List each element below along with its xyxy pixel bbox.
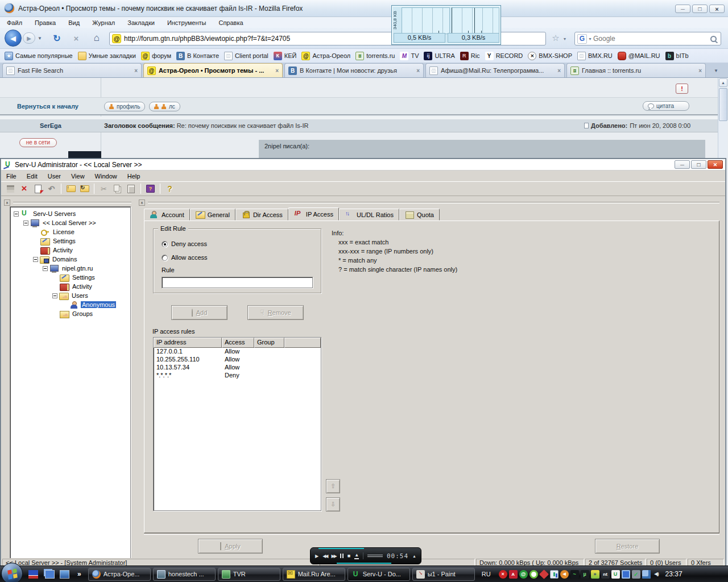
bookmark-item[interactable]: КЕЙ bbox=[274, 52, 297, 60]
bookmark-item[interactable]: bITb bbox=[665, 52, 689, 60]
rewind-icon[interactable] bbox=[322, 554, 327, 559]
column-group[interactable]: Group bbox=[254, 338, 284, 348]
servu-tray-icon[interactable] bbox=[611, 570, 620, 579]
add-button[interactable]: Add bbox=[171, 305, 228, 320]
copy-icon[interactable] bbox=[111, 183, 123, 194]
maximize-button[interactable] bbox=[692, 5, 708, 13]
tab-close-icon[interactable] bbox=[557, 68, 561, 74]
taskbar-button-mailru-agent[interactable]: Mail.Ru Are... bbox=[283, 568, 345, 581]
rule-row[interactable]: *.*.*.*Deny bbox=[154, 372, 321, 380]
menu-file[interactable]: File bbox=[1, 172, 22, 181]
bookmark-item[interactable]: BMX-SHOP bbox=[528, 52, 572, 60]
menu-help[interactable]: Справка bbox=[218, 19, 243, 26]
window-switcher-icon[interactable] bbox=[45, 570, 55, 579]
collapse-icon[interactable] bbox=[52, 293, 57, 298]
toolbar-overflow-chevron[interactable]: » bbox=[77, 570, 81, 578]
flashget-icon[interactable] bbox=[591, 570, 599, 579]
wave-icon[interactable] bbox=[570, 570, 579, 579]
fast-forward-icon[interactable] bbox=[331, 554, 336, 559]
tab-ip-access[interactable]: IP Access bbox=[288, 207, 339, 221]
tree-item-settings[interactable]: Settings bbox=[13, 236, 130, 246]
tab-fast-file-search[interactable]: Fast File Search bbox=[2, 63, 142, 77]
move-down-button[interactable]: ⇩ bbox=[326, 497, 340, 512]
pause-icon[interactable] bbox=[340, 554, 344, 558]
rule-input[interactable] bbox=[162, 277, 313, 288]
bookmark-item[interactable]: TV bbox=[400, 52, 419, 60]
cut-icon[interactable] bbox=[98, 183, 110, 194]
tab-close-icon[interactable] bbox=[416, 68, 420, 74]
close-button[interactable] bbox=[709, 5, 725, 13]
taskbar-button-servu[interactable]: Serv-U - Do... bbox=[348, 568, 410, 581]
tree-item-activity[interactable]: Activity bbox=[13, 246, 130, 255]
play-icon[interactable] bbox=[315, 554, 318, 559]
bookmark-item[interactable]: ULTRA bbox=[424, 52, 454, 60]
rule-row[interactable]: 127.0.0.1Allow bbox=[154, 348, 321, 356]
menu-file[interactable]: Файл bbox=[7, 19, 22, 26]
tree-item-groups[interactable]: Groups bbox=[13, 309, 130, 318]
taskbar-button-firefox[interactable]: Астра-Оре... bbox=[88, 568, 151, 581]
start-button[interactable] bbox=[1, 563, 23, 582]
tree-item-local-server[interactable]: << Local Server >> bbox=[13, 218, 130, 227]
nt-icon[interactable] bbox=[601, 570, 610, 579]
menu-edit[interactable]: Правка bbox=[35, 19, 56, 26]
allow-access-radio[interactable]: Allow access bbox=[162, 254, 208, 261]
report-post-button[interactable]: ! bbox=[676, 84, 688, 94]
rule-row[interactable]: 10.13.57.34Allow bbox=[154, 364, 321, 372]
tree-item-nipel-gtn-ru[interactable]: nipel.gtn.ru bbox=[13, 264, 130, 273]
download-master-icon[interactable] bbox=[519, 570, 528, 579]
red-diamond-icon[interactable] bbox=[539, 569, 549, 579]
collapse-icon[interactable] bbox=[23, 221, 28, 226]
bookmark-item[interactable]: Самые популярные bbox=[5, 52, 73, 60]
firefox-titlebar[interactable]: Астра-Ореол • Просмотр темы - почему пои… bbox=[0, 0, 728, 17]
radio-icon[interactable] bbox=[162, 255, 168, 261]
tab-dir-access[interactable]: Dir Access bbox=[235, 209, 288, 221]
tree-item-users[interactable]: Users bbox=[13, 291, 130, 300]
taskbar-button-paint[interactable]: ы1 - Paint bbox=[412, 568, 475, 581]
volume-slider[interactable] bbox=[367, 555, 383, 557]
scroll-up-icon[interactable] bbox=[719, 78, 727, 87]
search-input[interactable] bbox=[593, 35, 701, 43]
bookmark-item[interactable]: BMX.RU bbox=[577, 52, 613, 60]
menu-view[interactable]: View bbox=[66, 172, 90, 181]
orange-volume-icon[interactable] bbox=[560, 570, 569, 579]
stop-icon[interactable] bbox=[348, 553, 350, 559]
tree-item-domains[interactable]: Domains bbox=[13, 255, 130, 264]
rule-row[interactable]: 10.255.255.110Allow bbox=[154, 356, 321, 364]
tree-item-license[interactable]: License bbox=[13, 227, 130, 236]
new-user-icon[interactable] bbox=[32, 183, 44, 194]
home-button[interactable] bbox=[90, 31, 104, 45]
taskbar-button-tvr[interactable]: TVR bbox=[218, 568, 280, 581]
ip-rules-list[interactable]: IP address Access Group 127.0.0.1Allow 1… bbox=[153, 337, 321, 511]
save-icon[interactable] bbox=[5, 183, 16, 194]
tab-astra-oreol[interactable]: Астра-Ореол • Просмотр темы - ... bbox=[143, 63, 283, 77]
menu-bookmarks[interactable]: Закладки bbox=[127, 19, 155, 26]
network-ok-icon[interactable] bbox=[632, 570, 640, 579]
maximize-button[interactable] bbox=[691, 160, 706, 169]
menu-window[interactable]: Window bbox=[90, 172, 122, 181]
ati-icon[interactable] bbox=[509, 570, 518, 579]
help-icon[interactable] bbox=[164, 183, 176, 194]
blocked-shield-icon[interactable] bbox=[499, 570, 507, 579]
taskbar-button-honestech[interactable]: honestech ... bbox=[153, 568, 216, 581]
network-icon[interactable] bbox=[642, 570, 651, 579]
move-up-button[interactable]: ⇧ bbox=[326, 479, 340, 493]
language-indicator[interactable]: RU bbox=[482, 571, 491, 577]
tab-general[interactable]: General bbox=[190, 209, 235, 221]
bookmark-item[interactable]: Умные закладки bbox=[78, 52, 136, 60]
expand-icon[interactable] bbox=[412, 554, 416, 558]
tree-item-anonymous[interactable]: Anonymous bbox=[13, 300, 130, 309]
bookmark-item[interactable]: @MAIL.RU bbox=[618, 52, 660, 60]
tab-vkontakte[interactable]: В Контакте | Мои новости: друзья bbox=[284, 63, 424, 77]
bookmark-item[interactable]: Ric bbox=[460, 52, 480, 60]
close-button[interactable] bbox=[708, 160, 723, 169]
eject-icon[interactable] bbox=[354, 552, 359, 559]
close-tree-panel-icon[interactable] bbox=[4, 199, 10, 206]
antivirus-ring-icon[interactable] bbox=[530, 570, 538, 579]
bookmark-item[interactable]: Астра-Ореол bbox=[301, 52, 350, 60]
quote-button[interactable]: цитата bbox=[643, 101, 689, 111]
engine-dropdown-icon[interactable] bbox=[588, 37, 593, 41]
bookmark-item[interactable]: RECORD bbox=[485, 52, 523, 60]
deny-access-radio[interactable]: Deny access bbox=[162, 240, 207, 247]
traffic-monitor-widget[interactable]: 340,8 KB 0,5 KB/s 0,3 KB/s bbox=[391, 5, 501, 45]
post-author[interactable]: SerEga bbox=[0, 122, 101, 129]
